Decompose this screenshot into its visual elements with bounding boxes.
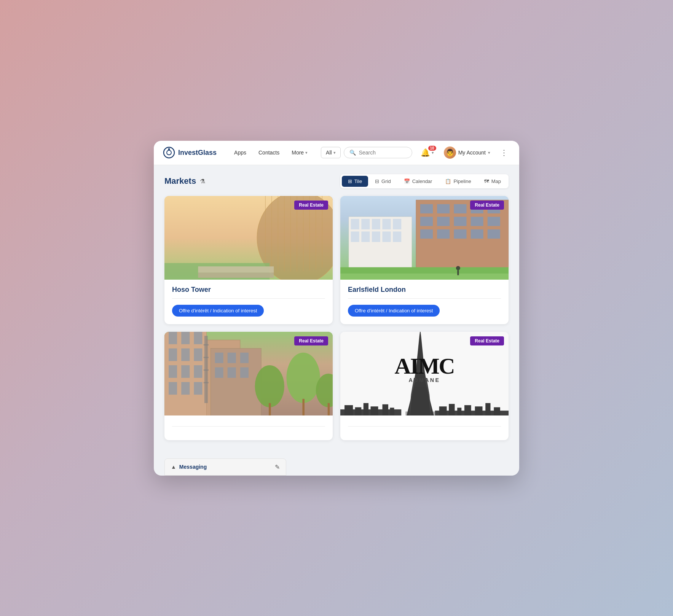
card-aimc[interactable]: AIMC ADMANE Real Estate [340, 332, 509, 440]
svg-rect-42 [437, 229, 450, 238]
more-options-button[interactable]: ⋮ [498, 146, 510, 159]
nav-apps[interactable]: Apps [229, 146, 252, 159]
svg-rect-90 [344, 405, 353, 415]
tab-map-label: Map [491, 178, 501, 184]
svg-rect-80 [269, 403, 271, 415]
svg-rect-22 [372, 219, 380, 229]
svg-rect-53 [169, 332, 177, 344]
svg-rect-60 [181, 365, 190, 377]
card-body-earlsfield: Earlsfield London Offre d'intérêt / Indi… [340, 280, 509, 324]
svg-point-2 [168, 148, 170, 150]
svg-point-48 [456, 266, 460, 270]
tab-tile-label: Tile [354, 178, 362, 184]
svg-rect-75 [228, 367, 236, 378]
messaging-edit-icon[interactable]: ✎ [275, 463, 280, 471]
svg-rect-23 [383, 219, 391, 229]
card-image-container-aimc: AIMC ADMANE Real Estate [340, 332, 509, 415]
card-hoso-tower[interactable]: Real Estate Hoso Tower Offre d'intérêt /… [164, 196, 333, 324]
svg-rect-94 [383, 404, 388, 415]
svg-point-1 [167, 150, 171, 155]
tab-pipeline-label: Pipeline [453, 178, 471, 184]
logo[interactable]: InvestGlass [163, 146, 217, 159]
cards-grid: Real Estate Hoso Tower Offre d'intérêt /… [164, 196, 509, 440]
svg-rect-41 [420, 229, 433, 238]
account-button[interactable]: 👨 My Account ▾ [441, 145, 493, 160]
svg-rect-81 [302, 399, 305, 415]
nav-more[interactable]: More ▾ [286, 146, 313, 159]
filter-label: All [326, 150, 332, 156]
messaging-left: ▲ Messaging [171, 464, 207, 470]
main-content: Markets ⚗ ⊞ Tile ⊟ Grid 📅 Calendar 📋 [154, 165, 519, 457]
svg-rect-24 [393, 219, 401, 229]
messaging-label: Messaging [179, 464, 207, 470]
notification-chevron-icon: ▾ [432, 150, 434, 155]
nav-contacts[interactable]: Contacts [253, 146, 285, 159]
svg-rect-76 [240, 367, 249, 378]
tab-calendar[interactable]: 📅 Calendar [398, 176, 439, 187]
page-title: Markets [164, 176, 196, 186]
account-label: My Account [458, 150, 486, 156]
nav-links: Apps Contacts More ▾ [229, 146, 321, 159]
search-icon: 🔍 [349, 150, 356, 156]
card-image-container-nyc: Real Estate [164, 332, 333, 415]
card-image-container-earlsfield: Real Estate [340, 196, 509, 280]
svg-rect-73 [240, 352, 249, 363]
svg-rect-33 [454, 204, 466, 213]
svg-rect-36 [420, 216, 433, 226]
svg-rect-56 [169, 348, 177, 361]
svg-rect-66 [204, 344, 209, 345]
card-earlsfield[interactable]: Real Estate Earlsfield London Offre d'in… [340, 196, 509, 324]
svg-rect-91 [355, 407, 362, 415]
nav-actions: 🔔 10 ▾ 👨 My Account ▾ ⋮ [418, 145, 510, 160]
tab-tile[interactable]: ⊞ Tile [342, 176, 368, 187]
messaging-expand-icon[interactable]: ▲ [171, 464, 176, 470]
nav-more-label: More [292, 150, 304, 156]
svg-rect-38 [454, 216, 466, 226]
svg-rect-65 [204, 336, 208, 403]
hoso-action-button[interactable]: Offre d'intérêt / Indication of interest [172, 305, 264, 317]
svg-rect-96 [439, 406, 447, 415]
tab-grid[interactable]: ⊟ Grid [369, 176, 397, 187]
earlsfield-action-button[interactable]: Offre d'intérêt / Indication of interest [348, 305, 440, 317]
markets-header: Markets ⚗ ⊞ Tile ⊟ Grid 📅 Calendar 📋 [164, 174, 509, 188]
svg-rect-37 [437, 216, 450, 226]
svg-rect-49 [457, 270, 459, 275]
svg-rect-28 [383, 231, 391, 242]
svg-rect-43 [454, 229, 466, 238]
avatar: 👨 [444, 146, 456, 159]
svg-rect-27 [372, 231, 380, 242]
card-body-nyc [164, 415, 333, 440]
logo-text: InvestGlass [178, 149, 217, 157]
search-input[interactable] [359, 150, 407, 156]
filter-dropdown[interactable]: All ▾ [321, 147, 341, 158]
svg-rect-32 [437, 204, 450, 213]
calendar-icon: 📅 [404, 178, 410, 184]
svg-rect-67 [204, 357, 209, 358]
svg-rect-98 [457, 407, 461, 415]
svg-rect-59 [169, 365, 177, 377]
svg-rect-45 [488, 229, 500, 238]
svg-rect-31 [420, 204, 433, 213]
pipeline-icon: 📋 [445, 178, 451, 184]
tab-map[interactable]: 🗺 Map [478, 176, 507, 187]
messaging-panel: ▲ Messaging ✎ [164, 458, 286, 476]
tile-icon: ⊞ [348, 178, 352, 184]
svg-rect-40 [488, 216, 500, 226]
notification-badge: 10 [428, 146, 436, 151]
svg-rect-16 [198, 266, 274, 273]
card-divider [172, 298, 325, 299]
filter-funnel-icon[interactable]: ⚗ [200, 178, 205, 185]
search-bar: 🔍 [344, 147, 412, 158]
tab-pipeline[interactable]: 📋 Pipeline [439, 176, 477, 187]
account-chevron-icon: ▾ [488, 150, 490, 155]
svg-rect-63 [181, 382, 190, 395]
card-nyc[interactable]: Real Estate [164, 332, 333, 440]
svg-rect-71 [215, 352, 223, 363]
logo-icon [163, 146, 175, 159]
svg-rect-72 [228, 352, 236, 363]
svg-rect-93 [371, 406, 378, 415]
svg-rect-47 [340, 273, 509, 279]
nav-more-chevron: ▾ [305, 150, 308, 155]
notification-button[interactable]: 🔔 10 ▾ [418, 146, 436, 159]
badge-hoso: Real Estate [294, 201, 328, 210]
